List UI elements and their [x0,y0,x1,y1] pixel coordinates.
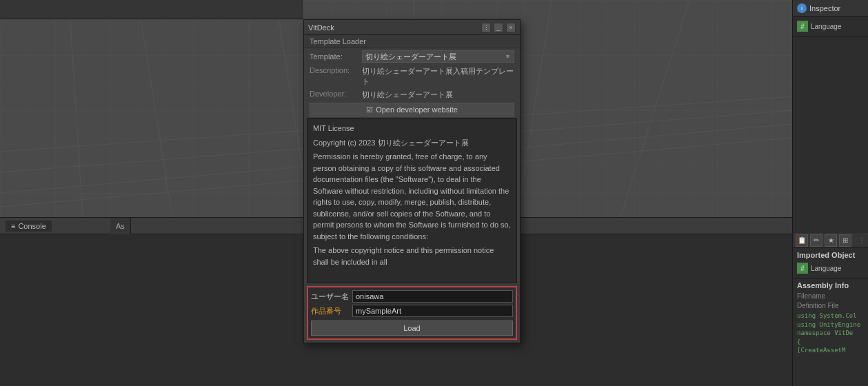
toolbar-star-icon[interactable]: ★ [825,234,837,247]
top-toolbar [0,0,303,19]
description-value: 切り絵シェーダーアート展入稿用テンプレート [362,66,514,87]
filename-row: Filename [797,292,864,300]
imported-object-section: Imported Object # Language [793,248,868,278]
code-line-4: { [797,338,864,347]
console-tab-label: Console [18,222,46,230]
toolbar-more-icon[interactable]: ⋮ [858,236,865,244]
inspector-title: Inspector [809,4,840,12]
license-body-1: Permission is hereby granted, free of ch… [313,151,511,242]
dialog-minimize-btn[interactable]: _ [494,23,503,32]
link-icon: ☑ [366,105,373,114]
toolbar-layer-icon[interactable]: ⊞ [839,234,851,247]
right-panel: i Inspector # Language 📋 ✏ ★ ⊞ ⋮ Importe… [792,0,868,386]
dialog-title: VitDeck [308,23,334,32]
open-website-label: Open developer website [376,105,458,114]
license-title: MIT License [313,123,511,134]
load-button[interactable]: Load [311,321,513,336]
definition-row: Definition File [797,302,864,309]
description-label: Description: [310,66,358,87]
hash-icon-1: # [797,21,808,32]
definition-key: Definition File [797,302,864,309]
vitdeck-dialog: VitDeck ⋮ _ × Template Loader Template: … [303,19,521,343]
developer-value: 切り絵シェーダーアート展 [362,90,453,100]
dialog-close-btn[interactable]: × [506,23,516,32]
code-line-1: using System.Col [797,312,864,321]
code-line-5: [CreateAssetM [797,346,864,355]
developer-label: Developer: [310,90,358,100]
description-row: Description: 切り絵シェーダーアート展入稿用テンプレート [304,65,520,88]
dialog-subtitle: Template Loader [304,35,520,48]
inspector-language-section: # Language [793,17,868,37]
language-label-2: Language [811,265,842,272]
workid-label: 作品番号 [311,306,352,316]
license-body-2: The above copyright notice and this perm… [313,245,511,267]
language-label-1: Language [811,23,842,30]
svg-line-4 [138,0,172,217]
username-label: ユーザー名 [311,292,352,302]
username-input[interactable] [352,290,513,303]
template-value: 切り絵シェーダーアート展 [365,52,456,62]
inspector-info-icon: i [797,3,807,13]
svg-line-7 [517,0,552,217]
workid-input[interactable] [352,305,513,317]
svg-line-8 [69,0,83,217]
assembly-info-title: Assembly Info [797,281,864,290]
filename-key: Filename [797,292,864,300]
console-tab[interactable]: ≡ Console [6,221,52,232]
dialog-controls: ⋮ _ × [481,23,516,32]
license-text-area[interactable]: MIT License Copyright (c) 2023 切り絵シェーダーア… [307,118,517,283]
assets-tab-label: As [116,222,125,230]
right-panel-toolbar: 📋 ✏ ★ ⊞ ⋮ [793,233,868,248]
template-label: Template: [310,52,358,61]
svg-line-9 [620,0,689,217]
workid-row: 作品番号 [311,305,513,317]
assets-tab[interactable]: As [110,218,131,234]
console-icon: ≡ [11,222,15,230]
dropdown-arrow-icon: ▼ [505,53,511,60]
hash-icon-2: # [797,263,808,274]
code-line-2: using UnityEngine [797,321,864,329]
template-dropdown[interactable]: 切り絵シェーダーアート展 ▼ [362,50,514,63]
developer-row: Developer: 切り絵シェーダーアート展 [304,88,520,101]
language-item: # Language [797,19,864,33]
assembly-code: using System.Col using UnityEngine names… [797,312,864,355]
username-row: ユーザー名 [311,290,513,303]
user-input-section: ユーザー名 作品番号 Load [307,286,517,340]
toolbar-copy-icon[interactable]: 📋 [796,234,808,247]
inspector-header: i Inspector [793,0,868,17]
code-line-3: namespace VitDe [797,329,864,338]
template-row: Template: 切り絵シェーダーアート展 ▼ [304,48,520,65]
license-copyright: Copyright (c) 2023 切り絵シェーダーアート展 [313,137,511,149]
open-website-button[interactable]: ☑ Open developer website [310,103,514,116]
toolbar-edit-icon[interactable]: ✏ [810,234,822,247]
assembly-info-section: Assembly Info Filename Definition File u… [793,278,868,358]
dialog-menu-btn[interactable]: ⋮ [481,23,491,32]
imported-object-language-item: # Language [797,261,864,275]
dialog-titlebar: VitDeck ⋮ _ × [304,20,520,35]
imported-object-title: Imported Object [797,251,864,259]
